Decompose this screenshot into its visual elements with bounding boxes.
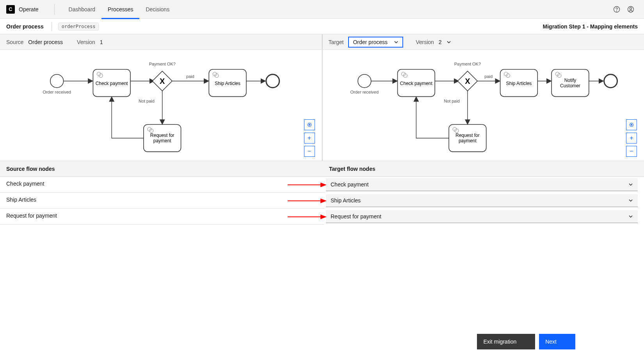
target-flow-node-select[interactable]: Check payment [326, 178, 638, 191]
flow-nodes-header: Source flow nodes Target flow nodes [0, 161, 644, 177]
start-event-label: Order received [350, 90, 378, 94]
svg-text:X: X [465, 77, 470, 85]
target-diagram[interactable]: Order received Check payment X Payment O… [322, 50, 644, 161]
source-flow-node: Request for payment [0, 209, 324, 225]
zoom-reset-button[interactable] [626, 119, 637, 130]
svg-point-1 [617, 11, 617, 11]
flow-notpaid-label: Not paid [139, 99, 155, 103]
gateway-label: Payment OK? [149, 62, 176, 66]
target-flow-node-select[interactable]: Request for payment [326, 210, 638, 223]
zoom-reset-button[interactable] [304, 119, 315, 130]
flow-paid-label: paid [484, 74, 493, 79]
svg-point-24 [358, 74, 371, 88]
target-process-value: Order process [353, 39, 388, 45]
source-flow-node: Check payment [0, 177, 324, 193]
target-flow-node-value: Request for payment [331, 213, 381, 220]
source-label: Source [6, 39, 23, 45]
migration-step-label: Migration Step 1 - Mapping elements [543, 23, 638, 30]
nav-dashboard[interactable]: Dashboard [62, 0, 102, 19]
target-label: Target [329, 39, 344, 45]
flow-notpaid-label: Not paid [444, 99, 460, 103]
task-check-payment: Check payment [400, 81, 432, 86]
divider [54, 4, 55, 15]
flow-paid-label: paid [186, 74, 194, 79]
mapping-arrow-icon [288, 214, 327, 220]
flow-nodes-table: Check payment Check payment Ship Article… [0, 177, 644, 225]
task-ship-articles: Ship Articles [506, 81, 532, 86]
version-selector-bar: Source Order process Version 1 Target Or… [0, 34, 644, 50]
target-version-label: Version [416, 39, 434, 45]
diagram-panels: Order received Check payment X Payment O… [0, 50, 644, 161]
target-flow-node-value: Ship Articles [331, 197, 361, 204]
mapping-arrow-icon [288, 198, 327, 204]
svg-text:X: X [160, 77, 165, 85]
flow-mapping-row: Request for payment Request for payment [0, 209, 644, 225]
divider [52, 22, 52, 31]
zoom-out-button[interactable]: − [304, 146, 315, 157]
brand-name: Operate [19, 6, 39, 12]
zoom-in-button[interactable]: + [626, 133, 637, 144]
chevron-down-icon [628, 198, 633, 203]
chevron-down-icon [628, 182, 633, 187]
task-ship-articles: Ship Articles [215, 81, 240, 86]
source-process-name: Order process [28, 39, 63, 45]
target-selector: Target Order process Version 2 [322, 34, 644, 50]
source-flow-nodes-header: Source flow nodes [0, 161, 321, 176]
source-selector: Source Order process Version 1 [0, 34, 322, 50]
svg-point-3 [630, 7, 632, 9]
target-flow-node-value: Check payment [331, 181, 368, 188]
source-version-label: Version [77, 39, 95, 45]
chevron-down-icon [447, 40, 451, 44]
target-flow-nodes-header: Target flow nodes [321, 161, 644, 176]
flow-mapping-row: Ship Articles Ship Articles [0, 193, 644, 209]
task-request-payment: Request forpayment [150, 133, 174, 144]
gateway-label: Payment OK? [454, 62, 480, 66]
task-request-payment: Request forpayment [455, 133, 480, 144]
source-diagram[interactable]: Order received Check payment X Payment O… [0, 50, 322, 161]
sub-header: Order process orderProcess Migration Ste… [0, 19, 644, 34]
svg-point-17 [266, 74, 279, 88]
nav-decisions[interactable]: Decisions [139, 0, 176, 19]
start-event-label: Order received [43, 90, 71, 94]
help-icon[interactable] [610, 2, 624, 16]
chevron-down-icon [628, 214, 633, 219]
svg-point-41 [604, 74, 617, 88]
svg-point-23 [309, 124, 310, 126]
target-version-dropdown[interactable]: 2 [439, 39, 451, 45]
process-id-tag: orderProcess [58, 23, 99, 30]
target-flow-node-select[interactable]: Ship Articles [326, 194, 638, 207]
chevron-down-icon [394, 40, 398, 44]
flow-mapping-row: Check payment Check payment [0, 177, 644, 193]
nav-processes[interactable]: Processes [101, 0, 139, 19]
svg-point-4 [50, 74, 64, 88]
source-version-value: 1 [100, 39, 103, 45]
top-nav: C Operate Dashboard Processes Decisions [0, 0, 644, 19]
zoom-out-button[interactable]: − [626, 146, 637, 157]
task-check-payment: Check payment [96, 81, 128, 86]
mapping-arrow-icon [288, 182, 327, 188]
zoom-in-button[interactable]: + [304, 133, 315, 144]
source-flow-node: Ship Articles [0, 193, 324, 209]
page-title: Order process [6, 23, 44, 30]
svg-point-47 [631, 124, 632, 126]
user-icon[interactable] [624, 2, 638, 16]
brand-logo: C [6, 5, 15, 14]
target-version-value: 2 [439, 39, 442, 45]
target-process-dropdown[interactable]: Order process [348, 37, 403, 48]
